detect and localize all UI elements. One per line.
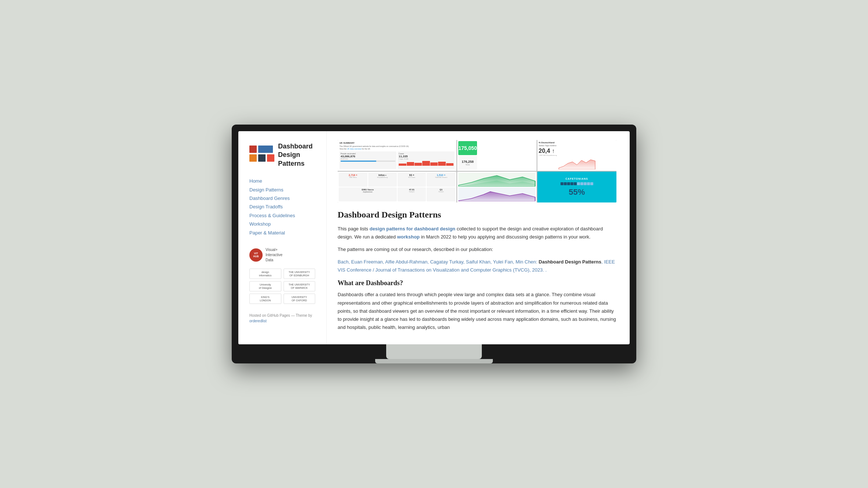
sidebar-nav: Home Design Patterns Dashboard Genres De…	[249, 177, 315, 237]
logo-wrapper: Dashboard Design Patterns	[249, 142, 315, 168]
partner-edinburgh: THE UNIVERSITYOF EDINBURGH	[284, 269, 316, 279]
logo-square-red	[249, 146, 257, 153]
logo-line1: Dashboard	[278, 142, 313, 151]
sidebar-item-paper-material[interactable]: Paper & Material	[249, 229, 315, 237]
main-content: UK summary The Official UK government we…	[327, 131, 630, 344]
partner-logos: designinformatics THE UNIVERSITYOF EDINB…	[249, 269, 315, 304]
sidebar-item-dashboard-genres[interactable]: Dashboard Genres	[249, 194, 315, 202]
logo-square-orange	[249, 154, 257, 162]
section2-body: Dashboards offer a curated lens through …	[338, 291, 616, 331]
logo-col-1	[249, 146, 257, 162]
dashboard-panel-2: 175,050 176,258 Tests	[457, 140, 536, 171]
sidebar-footer: Hosted on GitHub Pages — Theme by ordere…	[249, 313, 315, 324]
partner-glasgow: Universityof Glasgow	[249, 281, 281, 291]
sidebar-item-design-tradoffs[interactable]: Design Tradoffs	[249, 202, 315, 211]
section2-heading: What are Dashboards?	[338, 279, 616, 287]
intro-paragraph-2: The patterns are coming out of our resea…	[338, 245, 616, 254]
partner-warwick: THE UNIVERSITYOF WARWICK	[284, 281, 316, 291]
dashboard-panel-6: CAFETONIANS	[537, 172, 616, 202]
logo-square-blue-wide	[258, 146, 273, 153]
monitor-base	[375, 359, 493, 363]
publication-block: Bach, Euan Freeman, Alfie Abdul-Rahman, …	[338, 258, 616, 274]
logo-square-dark	[258, 154, 266, 162]
monitor: Dashboard Design Patterns Home Design Pa…	[232, 125, 636, 363]
logo-area: Dashboard Design Patterns	[249, 142, 315, 168]
orderedlist-link[interactable]: orderedlist	[249, 319, 267, 323]
sidebar-item-process-guidelines[interactable]: Process & Guidelines	[249, 211, 315, 220]
partner-design-informatics: designinformatics	[249, 269, 281, 279]
sidebar-item-home[interactable]: Home	[249, 177, 315, 185]
area-chart	[539, 157, 615, 169]
screen: Dashboard Design Patterns Home Design Pa…	[238, 131, 630, 344]
logo-line3: Patterns	[278, 159, 313, 168]
publication-title: Dashboard Design Patterns	[539, 259, 602, 265]
workshop-link[interactable]: workshop	[397, 234, 420, 240]
publication-authors-link[interactable]: Bach, Euan Freeman, Alfie Abdul-Rahman, …	[338, 259, 539, 265]
mountain-chart-2	[458, 187, 535, 201]
intro-paragraph-1: This page lists design patterns for dash…	[338, 225, 616, 241]
page-title: Dashboard Design Patterns	[338, 210, 616, 220]
logo-icon	[249, 146, 274, 162]
monitor-stand	[386, 344, 482, 359]
vit-hub-badge: VITHUB Visual+ Interactive Data	[249, 247, 315, 263]
vit-hub-label: Visual+ Interactive Data	[266, 247, 282, 263]
mountain-chart-1	[458, 173, 535, 187]
dashboard-panel-4: 2,718 + Fälle Vaccs Infos • Hospitalisie…	[338, 172, 456, 202]
logo-line2: Design	[278, 151, 313, 159]
sidebar-item-workshop[interactable]: Workshop	[249, 220, 315, 228]
logo-title: Dashboard Design Patterns	[278, 142, 313, 168]
dashboard-panel-1: UK summary The Official UK government we…	[338, 140, 456, 171]
hero-image: UK summary The Official UK government we…	[338, 140, 616, 202]
logo-square-red2	[267, 154, 274, 162]
sidebar: Dashboard Design Patterns Home Design Pa…	[238, 131, 327, 344]
dashboard-panel-5	[457, 172, 536, 202]
design-patterns-link[interactable]: design patterns for dashboard design	[370, 226, 455, 232]
page-layout: Dashboard Design Patterns Home Design Pa…	[238, 131, 630, 344]
vit-hub-icon: VITHUB	[249, 248, 263, 262]
sidebar-item-design-patterns[interactable]: Design Patterns	[249, 186, 315, 194]
logo-col-2	[258, 146, 274, 162]
partner-oxford: UNIVERSITYOF OXFORD	[284, 294, 316, 304]
partner-kings: KING'SLONDON	[249, 294, 281, 304]
dashboard-panel-3: % Deutschland Sieben-Tage-Inzidenz 20,4 …	[537, 140, 616, 171]
